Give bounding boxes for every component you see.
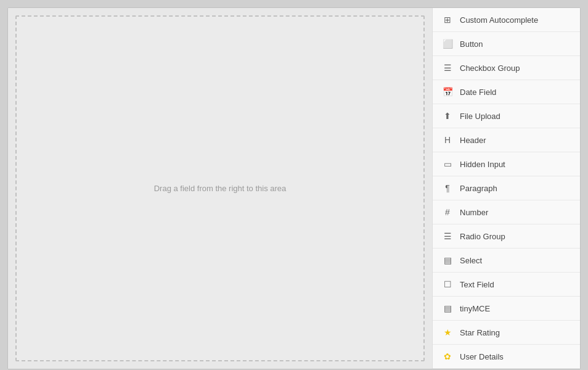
tinymce-label: tinyMCE [460, 304, 490, 313]
main-area: Drag a field from the right to this area… [7, 7, 581, 369]
sidebar-item-tinymce[interactable]: ▤tinyMCE [433, 297, 580, 321]
sidebar-item-checkbox-group[interactable]: ☰Checkbox Group [433, 56, 580, 80]
hidden-input-icon: ▭ [441, 158, 454, 170]
user-details-icon: ✿ [441, 350, 454, 363]
sidebar-item-hidden-input[interactable]: ▭Hidden Input [433, 152, 580, 176]
sidebar-item-button[interactable]: ⬜Button [433, 32, 580, 56]
header-label: Header [460, 136, 486, 145]
sidebar-item-paragraph[interactable]: ¶Paragraph [433, 176, 580, 200]
drop-hint: Drag a field from the right to this area [154, 184, 287, 193]
star-rating-icon: ★ [441, 326, 454, 339]
file-upload-icon: ⬆ [441, 110, 454, 122]
sidebar-item-star-rating[interactable]: ★Star Rating [433, 321, 580, 345]
canvas-area: Drag a field from the right to this area [8, 8, 432, 369]
tinymce-icon: ▤ [441, 302, 454, 314]
outer-wrapper: Drag a field from the right to this area… [0, 0, 588, 370]
button-label: Button [460, 39, 483, 49]
date-field-label: Date Field [460, 88, 496, 97]
number-icon: # [441, 206, 454, 218]
sidebar-item-user-details[interactable]: ✿User Details [433, 345, 580, 369]
checkbox-group-icon: ☰ [441, 62, 454, 74]
select-icon: ▤ [441, 254, 454, 266]
sidebar-item-date-field[interactable]: 📅Date Field [433, 80, 580, 104]
sidebar-item-radio-group[interactable]: ☰Radio Group [433, 224, 580, 249]
date-field-icon: 📅 [441, 86, 454, 98]
radio-group-label: Radio Group [460, 232, 505, 241]
paragraph-icon: ¶ [441, 182, 454, 194]
number-label: Number [460, 208, 488, 217]
sidebar-item-select[interactable]: ▤Select [433, 249, 580, 273]
user-details-label: User Details [460, 352, 504, 361]
sidebar-item-header[interactable]: HHeader [433, 128, 580, 152]
custom-autocomplete-label: Custom Autocomplete [460, 15, 538, 25]
sidebar-item-number[interactable]: #Number [433, 200, 580, 224]
star-rating-label: Star Rating [460, 328, 500, 337]
hidden-input-label: Hidden Input [460, 160, 505, 169]
custom-autocomplete-icon: ⊞ [441, 14, 454, 26]
text-field-label: Text Field [460, 280, 494, 289]
header-icon: H [441, 134, 454, 146]
select-label: Select [460, 256, 482, 265]
radio-group-icon: ☰ [441, 230, 454, 242]
checkbox-group-label: Checkbox Group [460, 64, 520, 73]
sidebar-item-custom-autocomplete[interactable]: ⊞Custom Autocomplete [433, 8, 580, 32]
drop-zone[interactable]: Drag a field from the right to this area [15, 15, 425, 361]
sidebar-item-file-upload[interactable]: ⬆File Upload [433, 104, 580, 128]
sidebar-item-text-field[interactable]: ☐Text Field [433, 273, 580, 297]
field-sidebar: ⊞Custom Autocomplete⬜Button☰Checkbox Gro… [432, 8, 580, 369]
file-upload-label: File Upload [460, 112, 500, 121]
button-icon: ⬜ [441, 38, 454, 50]
paragraph-label: Paragraph [460, 184, 497, 193]
text-field-icon: ☐ [441, 278, 454, 290]
